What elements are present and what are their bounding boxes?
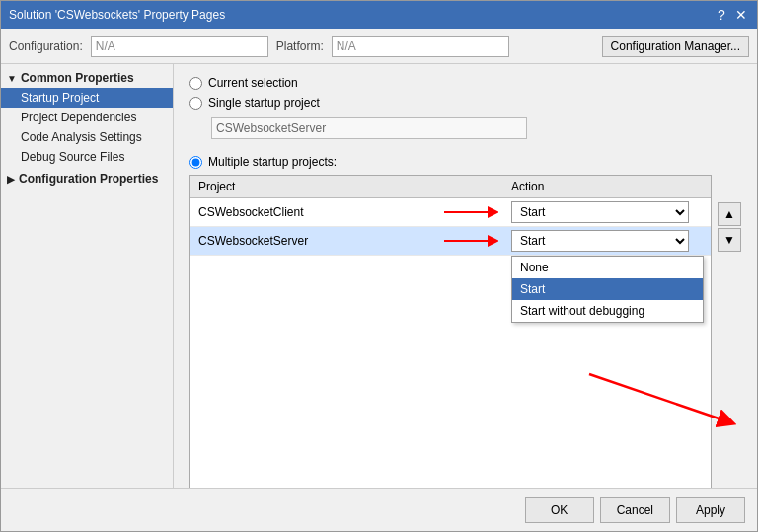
multiple-startup-radio[interactable] xyxy=(190,156,202,169)
platform-label: Platform: xyxy=(276,39,324,53)
startup-project-label: Startup Project xyxy=(21,91,99,105)
move-up-button[interactable]: ▲ xyxy=(718,202,741,226)
platform-input[interactable] xyxy=(332,36,509,57)
action-dropdown-open: None Start Start without debugging xyxy=(511,256,704,323)
single-startup-radio[interactable] xyxy=(190,97,202,110)
title-bar: Solution 'CSWebsockets' Property Pages ?… xyxy=(1,1,757,29)
cancel-button[interactable]: Cancel xyxy=(600,497,670,523)
action-select-1[interactable]: Start None Start without debugging xyxy=(511,201,689,223)
multiple-section: Multiple startup projects: Project Actio… xyxy=(190,155,741,488)
current-selection-label: Current selection xyxy=(208,76,298,90)
apply-button[interactable]: Apply xyxy=(676,497,745,523)
config-manager-button[interactable]: Configuration Manager... xyxy=(602,36,749,57)
action-cell-1[interactable]: Start None Start without debugging xyxy=(503,198,711,227)
dropdown-item-start[interactable]: Start xyxy=(512,278,703,300)
common-section: ▼ Common Properties Startup Project Proj… xyxy=(1,68,173,167)
radio-group: Current selection Single startup project xyxy=(190,76,741,147)
col-action: Action xyxy=(503,176,711,198)
table-with-buttons: Project Action CSWebsocketClient xyxy=(190,175,741,488)
main-content: ▼ Common Properties Startup Project Proj… xyxy=(1,64,757,488)
table-row: CSWebsocketClient xyxy=(190,198,711,227)
move-down-button[interactable]: ▼ xyxy=(718,228,741,252)
col-project: Project xyxy=(190,176,503,198)
code-analysis-label: Code Analysis Settings xyxy=(21,130,142,144)
sidebar-item-code-analysis[interactable]: Code Analysis Settings xyxy=(1,127,173,147)
config-section: ▶ Configuration Properties xyxy=(1,169,173,189)
title-bar-controls: ? ✕ xyxy=(714,7,749,23)
table-header-row: Project Action xyxy=(190,176,711,198)
dropdown-item-start-no-debug[interactable]: Start without debugging xyxy=(512,300,703,322)
toolbar: Configuration: Platform: Configuration M… xyxy=(1,29,757,64)
projects-table: Project Action CSWebsocketClient xyxy=(190,176,711,256)
current-selection-radio[interactable] xyxy=(190,77,202,90)
config-input[interactable] xyxy=(91,36,268,57)
sidebar-item-startup-project[interactable]: Startup Project xyxy=(1,88,173,108)
content-area: Current selection Single startup project… xyxy=(174,64,757,488)
single-startup-label: Single startup project xyxy=(208,96,320,110)
help-button[interactable]: ? xyxy=(714,7,729,23)
single-project-input[interactable] xyxy=(211,117,527,139)
action-cell-2[interactable]: Start None Start without debugging None xyxy=(503,227,711,256)
project-dependencies-label: Project Dependencies xyxy=(21,111,136,124)
multiple-startup-label: Multiple startup projects: xyxy=(208,155,337,169)
action-select-2[interactable]: Start None Start without debugging xyxy=(511,230,689,252)
project-cell-1: CSWebsocketClient xyxy=(190,198,503,227)
sidebar-item-project-dependencies[interactable]: Project Dependencies xyxy=(1,108,173,127)
current-selection-row: Current selection xyxy=(190,76,741,90)
single-startup-row: Single startup project xyxy=(190,96,741,110)
projects-table-container: Project Action CSWebsocketClient xyxy=(190,175,712,488)
common-properties-header[interactable]: ▼ Common Properties xyxy=(1,68,173,88)
config-label: Configuration: xyxy=(9,39,83,53)
config-section-label: Configuration Properties xyxy=(19,172,158,186)
table-row-highlighted: CSWebsocketServer xyxy=(190,227,711,256)
multiple-startup-row: Multiple startup projects: xyxy=(190,155,741,169)
close-button[interactable]: ✕ xyxy=(733,7,749,23)
sidebar: ▼ Common Properties Startup Project Proj… xyxy=(1,64,174,488)
collapse-arrow-icon: ▼ xyxy=(7,73,17,84)
sidebar-item-debug-source[interactable]: Debug Source Files xyxy=(1,147,173,167)
debug-source-label: Debug Source Files xyxy=(21,150,124,164)
config-properties-header[interactable]: ▶ Configuration Properties xyxy=(1,169,173,189)
expand-arrow-icon: ▶ xyxy=(7,174,15,185)
dropdown-item-none[interactable]: None xyxy=(512,257,703,278)
footer: OK Cancel Apply xyxy=(1,488,757,531)
common-section-label: Common Properties xyxy=(21,71,134,85)
ok-button[interactable]: OK xyxy=(525,497,594,523)
window-title: Solution 'CSWebsockets' Property Pages xyxy=(9,8,225,22)
project-cell-2: CSWebsocketServer xyxy=(190,227,503,256)
property-pages-window: Solution 'CSWebsockets' Property Pages ?… xyxy=(0,0,758,532)
reorder-buttons: ▲ ▼ xyxy=(718,175,741,488)
single-project-field-wrapper xyxy=(190,115,741,147)
